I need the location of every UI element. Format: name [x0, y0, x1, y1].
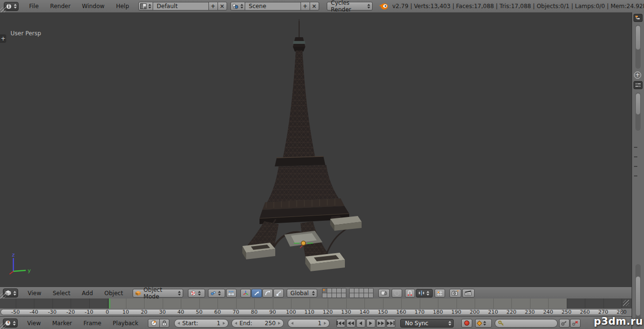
proportional-edit-button[interactable]	[392, 289, 402, 298]
current-frame-playhead[interactable]	[109, 298, 110, 308]
shading-sphere-icon	[190, 290, 196, 296]
manipulate-center-points-toggle[interactable]	[226, 289, 237, 298]
menu-file[interactable]: File	[23, 3, 44, 10]
scene-close-button[interactable]: ×	[310, 2, 319, 10]
opengl-render-anim-button[interactable]	[462, 289, 475, 298]
layer-grid-1[interactable]	[322, 288, 346, 298]
menu-add[interactable]: Add	[76, 290, 99, 297]
menu-frame[interactable]: Frame	[78, 320, 107, 327]
menu-view[interactable]: View	[21, 320, 46, 327]
frame-gridline	[548, 298, 549, 308]
delete-keyframe-button[interactable]	[570, 319, 581, 328]
properties-editor-button[interactable]	[634, 81, 643, 89]
region-expand-button[interactable]: +	[634, 72, 641, 79]
menu-playback[interactable]: Playback	[107, 320, 144, 327]
screen-layout-icon-button[interactable]	[138, 2, 153, 10]
decrement-arrow-icon[interactable]	[177, 322, 180, 325]
increment-arrow-icon[interactable]	[223, 322, 225, 325]
ruler-tick-label: 130	[341, 309, 351, 315]
frame-end-field[interactable]: End: 250	[231, 319, 284, 328]
outliner-editor-button[interactable]	[634, 14, 643, 22]
menu-help[interactable]: Help	[110, 3, 135, 10]
scale-manipulator-button[interactable]	[273, 289, 284, 298]
render-engine-dropdown[interactable]: Cycles Render	[327, 2, 373, 10]
previous-keyframe-button[interactable]	[346, 319, 355, 328]
transform-orientation-dropdown[interactable]: Global	[287, 289, 317, 298]
proportional-circle-icon	[394, 290, 400, 296]
lock-time-cursor-button[interactable]	[159, 319, 169, 328]
layout-name-field[interactable]: Default	[153, 2, 209, 10]
decrement-arrow-icon[interactable]	[291, 322, 293, 325]
play-reverse-button[interactable]	[356, 319, 365, 328]
region-expand-tab[interactable]: +	[0, 34, 6, 43]
frame-gridline	[457, 298, 457, 308]
frame-gridline	[328, 298, 328, 308]
viewport-3d[interactable]: User Persp +	[0, 12, 632, 287]
increment-arrow-icon[interactable]	[324, 322, 326, 325]
next-keyframe-button[interactable]	[376, 319, 385, 328]
outliner-icon	[635, 15, 641, 21]
layout-add-button[interactable]: +	[208, 2, 218, 10]
insert-keyframe-button[interactable]	[559, 319, 570, 328]
menu-object[interactable]: Object	[99, 290, 129, 297]
pivot-point-dropdown[interactable]	[208, 289, 225, 298]
opengl-render-still-button[interactable]: +	[449, 289, 461, 298]
decrement-arrow-icon[interactable]	[235, 322, 237, 325]
rotate-manipulator-button[interactable]	[262, 289, 273, 298]
translate-manipulator-button[interactable]	[251, 289, 262, 298]
snap-target-button[interactable]	[435, 289, 445, 298]
timeline-main[interactable]	[0, 298, 632, 308]
time-display-toggle[interactable]	[148, 319, 160, 328]
frame-gridline	[144, 298, 145, 308]
screen-lock-icon	[381, 290, 387, 296]
frame-gridline	[603, 298, 604, 308]
outliner-scrollbar[interactable]	[635, 25, 641, 69]
viewport-shading-dropdown[interactable]	[188, 289, 205, 298]
layout-close-button[interactable]: ×	[218, 2, 227, 10]
auto-keyframe-record-button[interactable]	[461, 319, 472, 328]
increment-arrow-icon[interactable]	[278, 322, 280, 325]
ruler-tick-label: 100	[286, 309, 296, 315]
layer-grid-2[interactable]	[349, 288, 374, 298]
scene-name-field[interactable]: Scene	[245, 2, 301, 10]
properties-tab-mark[interactable]	[634, 156, 637, 157]
jump-to-start-button[interactable]	[336, 319, 345, 328]
view3d-header: View Select Add Object Object Mode	[0, 287, 632, 299]
frame-start-field[interactable]: Start: 1	[174, 319, 229, 328]
snap-element-dropdown[interactable]	[416, 289, 433, 298]
lock-to-scene-button[interactable]	[378, 289, 390, 298]
ruler-tick-label: -10	[85, 309, 93, 315]
mode-dropdown[interactable]: Object Mode	[133, 289, 183, 298]
menu-window[interactable]: Window	[76, 3, 110, 10]
eiffel-tower-model[interactable]	[224, 19, 367, 274]
manipulator-axes-icon	[243, 290, 249, 296]
menu-render[interactable]: Render	[44, 3, 76, 10]
jump-to-end-button[interactable]	[386, 319, 395, 328]
keying-set-dropdown[interactable]	[475, 319, 492, 328]
properties-tab-mark[interactable]	[634, 147, 637, 148]
start-value: 1	[217, 320, 220, 327]
snap-toggle-button[interactable]	[405, 289, 415, 298]
properties-tab-mark[interactable]	[634, 175, 637, 176]
resize-hatch[interactable]	[0, 323, 6, 329]
resize-hatch[interactable]	[623, 300, 629, 306]
properties-tab-mark[interactable]	[634, 166, 637, 167]
camera-plus-icon: +	[452, 290, 459, 296]
play-button[interactable]	[366, 319, 375, 328]
properties-scrollbar[interactable]	[635, 93, 641, 131]
menu-select[interactable]: Select	[47, 290, 76, 297]
scene-icon-button[interactable]	[230, 2, 245, 10]
axis-z-label: z	[12, 252, 15, 258]
scene-add-button[interactable]: +	[301, 2, 310, 10]
scene-selector: Scene + ×	[231, 2, 319, 10]
frame-gridline	[71, 298, 71, 308]
ruler-tick-label: 280	[617, 309, 627, 315]
timeline-ruler[interactable]: -50-40-30-20-100102030405060708090100110…	[0, 308, 632, 316]
manipulator-toggle-button[interactable]	[240, 289, 251, 298]
sync-mode-dropdown[interactable]: No Sync	[400, 319, 454, 328]
current-frame-field[interactable]: 1	[288, 319, 330, 328]
frame-gridline	[107, 298, 108, 308]
menu-marker[interactable]: Marker	[46, 320, 77, 327]
active-keying-set-field[interactable]	[495, 319, 558, 328]
menu-view[interactable]: View	[22, 290, 47, 297]
